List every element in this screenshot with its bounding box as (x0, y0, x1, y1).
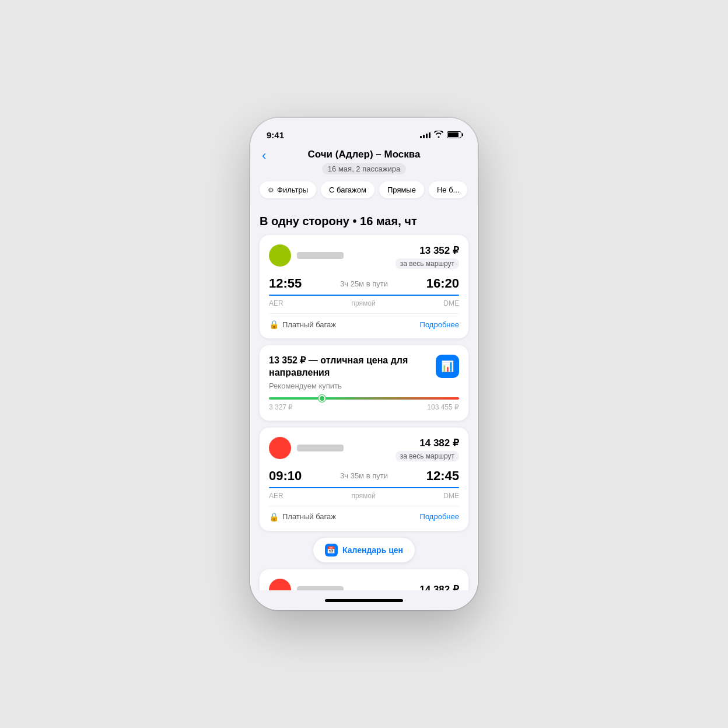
flight-card-2[interactable]: 14 382 ₽ за весь маршрут 09:10 3ч 35м в … (260, 428, 468, 531)
signal-icon (420, 131, 430, 138)
bottom-partial-card[interactable]: 14 382 ₽ (260, 569, 468, 590)
price-dot (318, 395, 326, 402)
stop-type-2: прямой (351, 492, 375, 500)
times-row-2: 09:10 3ч 35м в пути 12:45 (269, 468, 459, 484)
filter-chip-he61[interactable]: Не б... (429, 181, 468, 198)
duration-1: 3ч 25м в пути (340, 279, 388, 288)
depart-time-2: 09:10 (269, 468, 302, 484)
insight-card: 13 352 ₽ — отличная цена для направления… (260, 345, 468, 421)
header-subtitle: 16 мая, 2 пассажира (322, 163, 406, 174)
insight-title: 13 352 ₽ — отличная цена для направления (269, 355, 459, 379)
back-button[interactable]: ‹ (262, 149, 266, 162)
details-link-1[interactable]: Подробнее (420, 320, 459, 329)
flight-card-1[interactable]: 13 352 ₽ за весь маршрут 12:55 3ч 25м в … (260, 235, 468, 338)
airline-info-2 (269, 437, 344, 459)
scroll-area[interactable]: В одну сторону • 16 мая, чт 13 352 ₽ за … (250, 205, 478, 590)
status-icons (420, 131, 461, 139)
filter-label-direct: Прямые (387, 186, 416, 194)
to-airport-2: DME (443, 492, 459, 500)
filter-icon: ⚙ (268, 186, 274, 194)
filter-row: ⚙ Фильтры С багажом Прямые Не б... (250, 181, 478, 205)
baggage-text-2: Платный багаж (282, 512, 336, 521)
stop-type-1: прямой (351, 299, 375, 307)
header-title: Сочи (Адлер) – Москва (262, 148, 466, 161)
route-line-1 (269, 295, 459, 296)
price-block-1: 13 352 ₽ за весь маршрут (396, 244, 459, 269)
price-range-bar (269, 397, 459, 400)
bottom-airline-info (269, 579, 344, 590)
filter-chip-baggage[interactable]: С багажом (321, 181, 374, 198)
price-label-1: за весь маршрут (396, 258, 459, 269)
baggage-left-2: 🔒 Платный багаж (269, 512, 336, 522)
route-line-row-1 (269, 295, 459, 296)
baggage-icon-2: 🔒 (269, 512, 279, 522)
filter-chip-filters[interactable]: ⚙ Фильтры (260, 181, 316, 198)
calendar-pill-icon: 📅 (325, 544, 338, 556)
route-line-row-2 (269, 487, 459, 488)
section-heading: В одну сторону • 16 мая, чт (260, 215, 468, 228)
depart-time-1: 12:55 (269, 276, 302, 291)
details-link-2[interactable]: Подробнее (420, 512, 459, 521)
filter-label-baggage: С багажом (329, 186, 366, 194)
calendar-pill-row: 📅 Календарь цен (260, 538, 468, 562)
baggage-text-1: Платный багаж (282, 320, 336, 329)
home-indicator (250, 590, 478, 610)
airline-name-1 (297, 252, 344, 259)
airline-logo-2 (269, 437, 291, 459)
airline-logo-1 (269, 244, 291, 267)
status-bar: 9:41 (250, 118, 478, 144)
route-line-2 (269, 487, 459, 488)
arrive-time-2: 12:45 (426, 468, 459, 484)
from-airport-2: AER (269, 492, 284, 500)
price-block-2: 14 382 ₽ за весь маршрут (396, 437, 459, 461)
duration-2: 3ч 35м в пути (340, 471, 388, 480)
phone-shell: 9:41 ‹ Сочи (Адлер) – Москва 16 мая, 2 п… (250, 118, 478, 610)
bottom-price: 14 382 ₽ (419, 583, 459, 590)
baggage-icon-1: 🔒 (269, 320, 279, 329)
airline-name-2 (297, 444, 344, 452)
airports-row-1: AER прямой DME (269, 299, 459, 307)
baggage-row-1: 🔒 Платный багаж Подробнее (269, 313, 459, 329)
min-price: 3 327 ₽ (269, 403, 293, 411)
insight-badge: 📊 (436, 355, 459, 378)
header: ‹ Сочи (Адлер) – Москва 16 мая, 2 пассаж… (250, 144, 478, 181)
home-bar (325, 599, 403, 602)
calendar-pill-label: Календарь цен (342, 545, 403, 555)
baggage-row-2: 🔒 Платный багаж Подробнее (269, 506, 459, 522)
to-airport-1: DME (443, 299, 459, 307)
airports-row-2: AER прямой DME (269, 492, 459, 500)
insight-subtitle: Рекомендуем купить (269, 382, 459, 390)
card-top-1: 13 352 ₽ за весь маршрут (269, 244, 459, 269)
price-main-1: 13 352 ₽ (396, 244, 459, 257)
wifi-icon (434, 131, 443, 139)
status-time: 9:41 (267, 130, 284, 140)
insight-badge-icon: 📊 (441, 360, 454, 373)
card-top-2: 14 382 ₽ за весь маршрут (269, 437, 459, 461)
price-range-labels: 3 327 ₽ 103 455 ₽ (269, 403, 459, 411)
baggage-left-1: 🔒 Платный багаж (269, 320, 336, 329)
calendar-pill[interactable]: 📅 Календарь цен (313, 538, 415, 562)
filter-label-filters: Фильтры (277, 186, 308, 194)
times-row-1: 12:55 3ч 25м в пути 16:20 (269, 276, 459, 291)
max-price: 103 455 ₽ (427, 403, 459, 411)
bottom-airline-name (297, 586, 344, 590)
arrive-time-1: 16:20 (426, 276, 459, 291)
filter-chip-direct[interactable]: Прямые (379, 181, 424, 198)
bottom-airline-logo (269, 579, 291, 590)
price-main-2: 14 382 ₽ (396, 437, 459, 449)
airline-info-1 (269, 244, 344, 267)
battery-icon (447, 131, 461, 138)
from-airport-1: AER (269, 299, 284, 307)
price-label-2: за весь маршрут (396, 451, 459, 461)
filter-label-he61: Не б... (437, 186, 460, 194)
